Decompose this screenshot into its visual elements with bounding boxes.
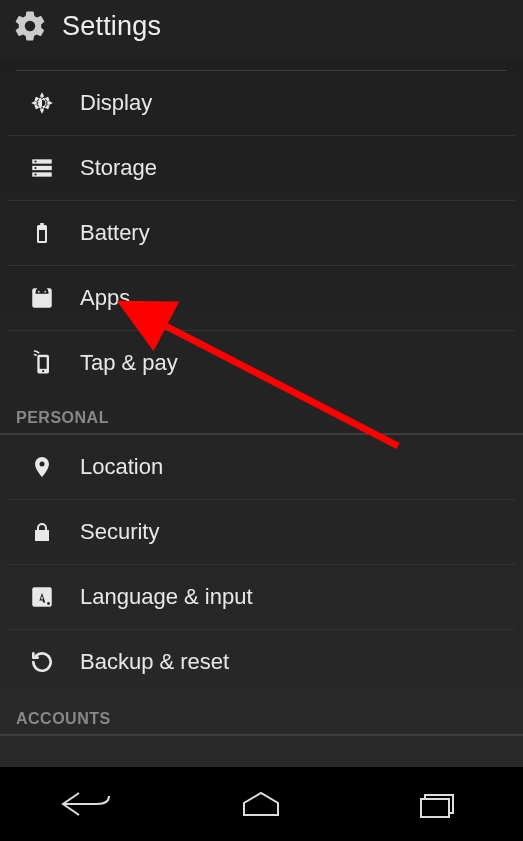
personal-section-list: Location Security Language & input Backu… bbox=[8, 435, 515, 694]
back-button[interactable] bbox=[47, 782, 127, 826]
gear-icon bbox=[12, 8, 48, 44]
settings-item-label: Apps bbox=[80, 285, 130, 311]
settings-item-label: Battery bbox=[80, 220, 150, 246]
settings-item-backup[interactable]: Backup & reset bbox=[8, 629, 515, 694]
settings-item-label: Backup & reset bbox=[80, 649, 229, 675]
svg-point-11 bbox=[42, 370, 44, 372]
settings-item-location[interactable]: Location bbox=[8, 435, 515, 499]
navigation-bar bbox=[0, 767, 523, 841]
svg-point-4 bbox=[34, 167, 36, 169]
device-section-list: Display Storage Battery bbox=[8, 71, 515, 395]
section-header-personal: PERSONAL bbox=[0, 395, 523, 435]
battery-icon bbox=[28, 219, 56, 247]
settings-item-label: Location bbox=[80, 454, 163, 480]
settings-item-apps[interactable]: Apps bbox=[8, 265, 515, 330]
svg-point-5 bbox=[34, 173, 36, 175]
lock-icon bbox=[28, 518, 56, 546]
svg-point-13 bbox=[47, 602, 50, 605]
settings-item-label: Security bbox=[80, 519, 159, 545]
page-title: Settings bbox=[62, 8, 161, 44]
settings-item-label: Display bbox=[80, 90, 152, 116]
svg-rect-10 bbox=[40, 357, 47, 369]
settings-item-storage[interactable]: Storage bbox=[8, 135, 515, 200]
location-pin-icon bbox=[28, 453, 56, 481]
apps-icon bbox=[28, 284, 56, 312]
svg-point-8 bbox=[44, 291, 46, 293]
tap-pay-icon bbox=[28, 349, 56, 377]
svg-point-3 bbox=[34, 160, 36, 162]
recent-apps-button[interactable] bbox=[396, 782, 476, 826]
section-header-accounts: ACCOUNTS bbox=[0, 694, 523, 736]
settings-item-security[interactable]: Security bbox=[8, 499, 515, 564]
backup-icon bbox=[28, 648, 56, 676]
settings-item-label: Storage bbox=[80, 155, 157, 181]
settings-item-label: Tap & pay bbox=[80, 350, 178, 376]
svg-rect-15 bbox=[421, 799, 449, 817]
language-icon bbox=[28, 583, 56, 611]
settings-item-tap-pay[interactable]: Tap & pay bbox=[8, 330, 515, 395]
settings-item-language[interactable]: Language & input bbox=[8, 564, 515, 629]
storage-icon bbox=[28, 154, 56, 182]
home-button[interactable] bbox=[221, 782, 301, 826]
settings-item-battery[interactable]: Battery bbox=[8, 200, 515, 265]
brightness-icon bbox=[28, 89, 56, 117]
app-header: Settings bbox=[0, 0, 523, 58]
settings-item-label: Language & input bbox=[80, 584, 253, 610]
settings-item-display[interactable]: Display bbox=[8, 71, 515, 135]
svg-point-7 bbox=[38, 291, 40, 293]
